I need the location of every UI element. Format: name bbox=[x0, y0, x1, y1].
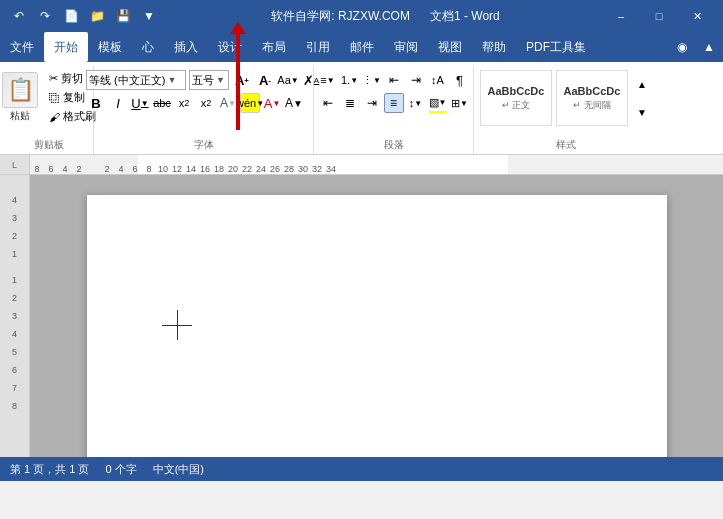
menu-file[interactable]: 文件 bbox=[0, 32, 44, 62]
menu-heart[interactable]: 心 bbox=[132, 32, 164, 62]
menu-layout[interactable]: 布局 bbox=[252, 32, 296, 62]
font-controls: 等线 (中文正文) ▼ 五号 ▼ A+ A- Aa▼ ✗A bbox=[86, 70, 321, 127]
ruler-mark: 32 bbox=[310, 164, 324, 174]
ribbon-content: 📋 粘贴 ✂ 剪切 ⿻ 复制 🖌 格式刷 bbox=[4, 66, 658, 154]
ruler-mark: 34 bbox=[324, 164, 338, 174]
increase-indent-button[interactable]: ⇥ bbox=[406, 70, 426, 90]
underline-button[interactable]: U▼ bbox=[130, 93, 150, 113]
menu-mail[interactable]: 邮件 bbox=[340, 32, 384, 62]
copy-icon: ⿻ bbox=[49, 92, 60, 104]
font-size-arrow: ▼ bbox=[216, 75, 225, 85]
vertical-ruler[interactable]: 4 3 2 1 1 2 3 4 5 6 7 8 bbox=[0, 175, 30, 457]
ruler-mark: 14 bbox=[184, 164, 198, 174]
ruler-corner[interactable]: L bbox=[0, 155, 30, 174]
vruler-mark: 5 bbox=[12, 347, 17, 357]
ruler-mark: 6 bbox=[44, 164, 58, 174]
style-no-spacing[interactable]: AaBbCcDc ↵ 无间隔 bbox=[556, 70, 628, 126]
font-size-select[interactable]: 五号 ▼ bbox=[189, 70, 229, 90]
page-info: 第 1 页，共 1 页 bbox=[10, 462, 89, 477]
quick-access-toolbar: ↶ ↷ 📄 📁 💾 ▼ bbox=[8, 5, 160, 27]
paragraph-group: ≡▼ 1.▼ ⋮▼ ⇤ ⇥ ↕A ¶ ⇤ ≣ ⇥ ≡ ↕▼ bbox=[314, 66, 474, 154]
justify-button[interactable]: ≡ bbox=[384, 93, 404, 113]
document-page[interactable] bbox=[87, 195, 667, 457]
menu-pdf[interactable]: PDF工具集 bbox=[516, 32, 596, 62]
styles-down[interactable]: ▼ bbox=[632, 102, 652, 122]
ruler-mark: 12 bbox=[170, 164, 184, 174]
window-controls: – □ ✕ bbox=[603, 2, 715, 30]
styles-group: AaBbCcDc ↵ 正文 AaBbCcDc ↵ 无间隔 ▲ ▼ 样式 bbox=[474, 66, 658, 154]
dropdown-button[interactable]: ▼ bbox=[138, 5, 160, 27]
styles-label: 样式 bbox=[474, 138, 658, 152]
font-name-select[interactable]: 等线 (中文正文) ▼ bbox=[86, 70, 186, 90]
ribbon-toggle[interactable]: ▲ bbox=[695, 32, 723, 62]
shrink-font-button[interactable]: A- bbox=[255, 70, 275, 90]
ruler-mark: 6 bbox=[128, 164, 142, 174]
vruler-mark: 1 bbox=[12, 275, 17, 285]
ribbon: 📋 粘贴 ✂ 剪切 ⿻ 复制 🖌 格式刷 bbox=[0, 62, 723, 155]
undo-button[interactable]: ↶ bbox=[8, 5, 30, 27]
menu-template[interactable]: 模板 bbox=[88, 32, 132, 62]
menu-reference[interactable]: 引用 bbox=[296, 32, 340, 62]
language: 中文(中国) bbox=[153, 462, 204, 477]
styles-container: AaBbCcDc ↵ 正文 AaBbCcDc ↵ 无间隔 ▲ ▼ bbox=[480, 70, 652, 126]
ruler-mark: 28 bbox=[282, 164, 296, 174]
vruler-mark: 6 bbox=[12, 365, 17, 375]
styles-up[interactable]: ▲ bbox=[632, 74, 652, 94]
main-area: 4 3 2 1 1 2 3 4 5 6 7 8 bbox=[0, 175, 723, 457]
ruler-mark: 2 bbox=[72, 164, 86, 174]
ruler-mark: 30 bbox=[296, 164, 310, 174]
menu-insert[interactable]: 插入 bbox=[164, 32, 208, 62]
horizontal-ruler[interactable]: 8 6 4 2 2 4 6 8 10 12 14 16 18 20 22 24 … bbox=[30, 155, 723, 174]
save-button[interactable]: 💾 bbox=[112, 5, 134, 27]
paste-button[interactable]: 📋 粘贴 bbox=[0, 70, 42, 125]
subscript-button[interactable]: x2 bbox=[174, 93, 194, 113]
painter-icon: 🖌 bbox=[49, 111, 60, 123]
border-button[interactable]: ⊞▼ bbox=[450, 93, 470, 113]
page-canvas[interactable] bbox=[30, 175, 723, 457]
title-bar: ↶ ↷ 📄 📁 💾 ▼ 软件自学网: RJZXW.COM 文档1 - Word … bbox=[0, 0, 723, 32]
restore-button[interactable]: □ bbox=[641, 2, 677, 30]
grow-font-button[interactable]: A+ bbox=[232, 70, 252, 90]
superscript-button[interactable]: x2 bbox=[196, 93, 216, 113]
menu-review[interactable]: 审阅 bbox=[384, 32, 428, 62]
italic-button[interactable]: I bbox=[108, 93, 128, 113]
menu-view[interactable]: 视图 bbox=[428, 32, 472, 62]
font-row-2: B I U▼ abc x2 x2 A▼ wén▼ A▼ A▼ bbox=[86, 93, 321, 113]
subtitle-text: 软件自学网: RJZXW.COM bbox=[271, 9, 410, 23]
align-left-button[interactable]: ⇤ bbox=[318, 93, 338, 113]
redo-button[interactable]: ↷ bbox=[34, 5, 56, 27]
para-row-2: ⇤ ≣ ⇥ ≡ ↕▼ ▧▼ ⊞▼ bbox=[318, 93, 470, 113]
highlight-button[interactable]: wén▼ bbox=[240, 93, 260, 113]
word-count: 0 个字 bbox=[105, 462, 136, 477]
bullets-button[interactable]: ≡▼ bbox=[318, 70, 338, 90]
sort-button[interactable]: ↕A bbox=[428, 70, 448, 90]
menu-design[interactable]: 设计 bbox=[208, 32, 252, 62]
minimize-button[interactable]: – bbox=[603, 2, 639, 30]
align-right-button[interactable]: ⇥ bbox=[362, 93, 382, 113]
styles-scroll: ▲ ▼ bbox=[632, 70, 652, 126]
decrease-indent-button[interactable]: ⇤ bbox=[384, 70, 404, 90]
line-spacing-button[interactable]: ↕▼ bbox=[406, 93, 426, 113]
font-color-button[interactable]: A▼ bbox=[262, 93, 282, 113]
bold-button[interactable]: B bbox=[86, 93, 106, 113]
change-case-button[interactable]: Aa▼ bbox=[278, 70, 298, 90]
numbering-button[interactable]: 1.▼ bbox=[340, 70, 360, 90]
style-normal-preview: AaBbCcDc bbox=[488, 85, 545, 97]
ruler-tape: 8 6 4 2 2 4 6 8 10 12 14 16 18 20 22 24 … bbox=[30, 155, 723, 174]
strikethrough-button[interactable]: abc bbox=[152, 93, 172, 113]
menu-help[interactable]: 帮助 bbox=[472, 32, 516, 62]
shading-button[interactable]: ▧▼ bbox=[428, 93, 448, 113]
pilcrow-button[interactable]: ¶ bbox=[450, 70, 470, 90]
menu-home[interactable]: 开始 bbox=[44, 32, 88, 62]
vruler-mark: 8 bbox=[12, 401, 17, 411]
font-name-arrow: ▼ bbox=[167, 75, 176, 85]
style-normal[interactable]: AaBbCcDc ↵ 正文 bbox=[480, 70, 552, 126]
multilevel-button[interactable]: ⋮▼ bbox=[362, 70, 382, 90]
open-button[interactable]: 📁 bbox=[86, 5, 108, 27]
new-button[interactable]: 📄 bbox=[60, 5, 82, 27]
vruler-mark: 3 bbox=[12, 213, 17, 223]
close-button[interactable]: ✕ bbox=[679, 2, 715, 30]
font-format-button[interactable]: A▼ bbox=[284, 93, 304, 113]
help-icon-btn[interactable]: ◉ bbox=[669, 32, 695, 62]
align-center-button[interactable]: ≣ bbox=[340, 93, 360, 113]
